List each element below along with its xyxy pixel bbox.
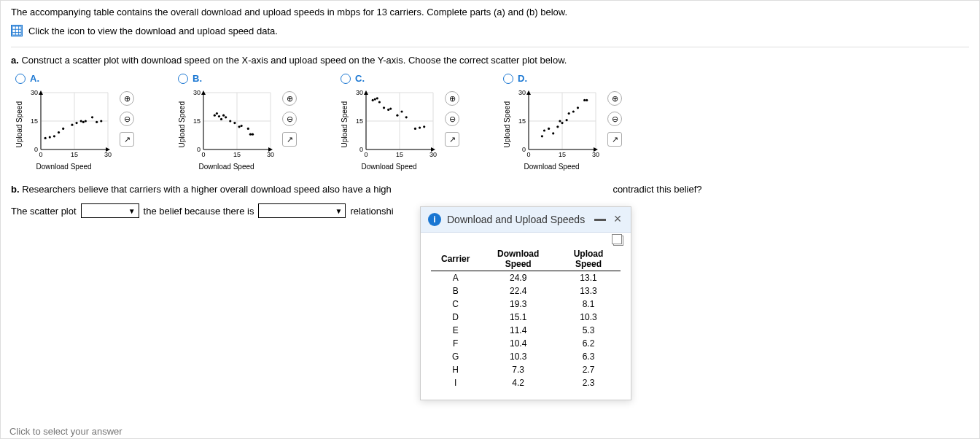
svg-point-114 — [561, 122, 563, 124]
svg-text:0: 0 — [359, 146, 363, 153]
table-row: E11.45.3 — [431, 324, 621, 337]
svg-point-81 — [376, 97, 378, 99]
zoom-in-icon[interactable]: ⊕ — [445, 91, 459, 106]
svg-point-54 — [222, 114, 225, 117]
y-axis-label: Upload Speed — [341, 101, 349, 147]
option-D.[interactable]: D. — [503, 73, 622, 84]
data-table-icon[interactable] — [11, 25, 23, 36]
data-dialog: i Download and Upload Speeds × Carrier D… — [420, 206, 631, 400]
chevron-down-icon: ▼ — [335, 207, 342, 215]
col-carrier: Carrier — [431, 247, 480, 271]
data-table: Carrier Download Speed Upload Speed A24.… — [431, 247, 621, 389]
dropdown-relationship-type[interactable]: ▼ — [258, 203, 346, 218]
svg-text:15: 15 — [559, 151, 566, 158]
svg-point-53 — [220, 118, 222, 120]
svg-text:0: 0 — [197, 146, 201, 153]
svg-point-89 — [414, 128, 416, 130]
svg-text:30: 30 — [104, 151, 112, 158]
table-row: A24.913.1 — [431, 271, 621, 285]
table-row: F10.46.2 — [431, 337, 621, 350]
zoom-in-icon[interactable]: ⊕ — [120, 91, 134, 106]
open-window-icon[interactable]: ↗ — [282, 132, 297, 147]
x-axis-label: Download Speed — [198, 163, 254, 171]
scatter-plot: 0153001530 — [350, 88, 438, 161]
zoom-out-icon[interactable]: ⊖ — [445, 112, 459, 126]
part-b-text-after: contradict this belief? — [612, 184, 701, 195]
footer-hint: Click to select your answer — [9, 426, 122, 437]
sentence-prefix: The scatter plot — [11, 206, 77, 217]
minimize-button[interactable] — [594, 219, 606, 221]
svg-point-84 — [387, 109, 389, 111]
svg-point-115 — [566, 119, 568, 121]
svg-point-90 — [419, 127, 421, 129]
y-axis-label: Upload Speed — [178, 101, 186, 147]
open-window-icon[interactable]: ↗ — [445, 132, 459, 147]
open-window-icon[interactable]: ↗ — [607, 132, 622, 147]
svg-point-82 — [378, 101, 381, 103]
svg-point-109 — [543, 129, 545, 131]
svg-point-118 — [577, 106, 579, 109]
col-upload: Upload Speed — [556, 247, 621, 271]
y-axis-label: Upload Speed — [503, 101, 511, 147]
zoom-in-icon[interactable]: ⊕ — [607, 91, 622, 106]
svg-point-88 — [405, 116, 408, 118]
x-axis-label: Download Speed — [36, 163, 91, 171]
sentence-suffix: relationshi — [350, 206, 393, 217]
svg-text:30: 30 — [31, 89, 38, 96]
scatter-plot: 0153001530 — [513, 88, 600, 161]
option-C.[interactable]: C. — [341, 73, 459, 84]
svg-point-91 — [423, 125, 425, 128]
close-button[interactable]: × — [612, 214, 623, 225]
zoom-out-icon[interactable]: ⊖ — [282, 112, 297, 126]
zoom-in-icon[interactable]: ⊕ — [282, 91, 297, 106]
option-B.[interactable]: B. — [178, 73, 297, 84]
option-A.[interactable]: A. — [15, 73, 134, 84]
option-letter: A. — [30, 73, 39, 84]
table-row: I4.22.3 — [431, 376, 621, 389]
option-letter: C. — [355, 73, 365, 84]
svg-text:0: 0 — [34, 146, 38, 153]
copy-icon[interactable] — [613, 236, 623, 246]
svg-point-57 — [233, 122, 236, 124]
chevron-down-icon: ▼ — [128, 207, 136, 215]
dropdown-support-contradict[interactable]: ▼ — [81, 203, 139, 218]
svg-point-33 — [100, 120, 102, 122]
svg-point-117 — [572, 110, 575, 112]
svg-point-52 — [218, 115, 220, 117]
svg-point-31 — [91, 116, 93, 118]
table-row: B22.413.3 — [431, 284, 621, 298]
svg-point-79 — [372, 99, 374, 101]
svg-text:30: 30 — [429, 151, 437, 158]
svg-point-55 — [225, 116, 227, 118]
svg-point-113 — [559, 120, 561, 122]
radio-icon[interactable] — [503, 74, 513, 84]
svg-text:30: 30 — [267, 151, 274, 158]
option-letter: D. — [518, 73, 527, 84]
svg-text:0: 0 — [364, 151, 368, 158]
svg-point-108 — [541, 135, 543, 137]
svg-point-86 — [396, 114, 398, 117]
zoom-out-icon[interactable]: ⊖ — [607, 112, 622, 126]
scatter-plot: 0153001530 — [25, 88, 112, 161]
svg-text:0: 0 — [522, 146, 526, 153]
svg-point-83 — [383, 106, 385, 109]
table-row: C19.38.1 — [431, 298, 621, 311]
problem-intro: The accompanying table contains the over… — [11, 7, 969, 18]
col-download: Download Speed — [480, 247, 556, 271]
open-window-icon[interactable]: ↗ — [120, 132, 134, 147]
part-a-text: Construct a scatter plot with download s… — [21, 55, 567, 66]
svg-point-50 — [214, 114, 216, 117]
sentence-mid: the belief because there is — [144, 206, 254, 217]
radio-icon[interactable] — [178, 74, 188, 84]
zoom-out-icon[interactable]: ⊖ — [120, 112, 134, 126]
svg-point-61 — [249, 133, 252, 136]
radio-icon[interactable] — [341, 74, 351, 84]
svg-point-27 — [75, 122, 77, 124]
svg-text:30: 30 — [193, 89, 201, 96]
info-icon: i — [428, 213, 441, 226]
table-row: D15.110.3 — [431, 311, 621, 324]
svg-point-29 — [82, 121, 85, 123]
radio-icon[interactable] — [15, 74, 26, 84]
svg-point-51 — [216, 112, 218, 114]
svg-point-24 — [58, 131, 60, 133]
